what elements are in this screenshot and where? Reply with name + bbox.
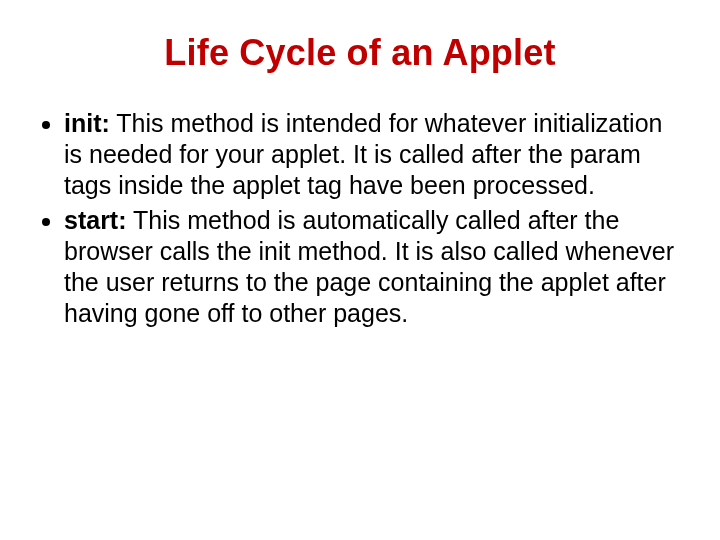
- slide: Life Cycle of an Applet init: This metho…: [0, 0, 720, 540]
- slide-title: Life Cycle of an Applet: [34, 32, 686, 74]
- bullet-text: This method is intended for whatever ini…: [64, 109, 662, 199]
- list-item: start: This method is automatically call…: [64, 205, 686, 329]
- bullet-term: init:: [64, 109, 110, 137]
- bullet-list: init: This method is intended for whatev…: [34, 108, 686, 329]
- list-item: init: This method is intended for whatev…: [64, 108, 686, 201]
- bullet-text: This method is automatically called afte…: [64, 206, 674, 327]
- bullet-term: start:: [64, 206, 127, 234]
